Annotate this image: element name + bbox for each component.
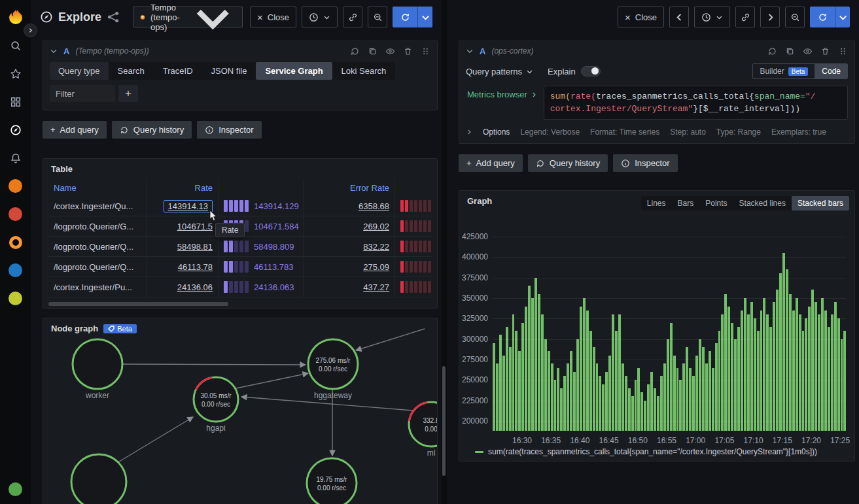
tab-service-graph[interactable]: Service Graph	[256, 62, 332, 80]
error-rate-link[interactable]: 269.02	[363, 222, 389, 231]
left-pane-scrollbar[interactable]	[442, 366, 446, 476]
move-pane-left-button[interactable]	[669, 7, 689, 27]
cell-name[interactable]: /cortex.Ingester/Qu...	[48, 196, 147, 216]
promql-code-editor[interactable]: sum(rate(traces_spanmetrics_calls_total{…	[544, 86, 848, 120]
filter-input[interactable]: Filter	[50, 85, 115, 102]
trash-icon[interactable]	[403, 46, 413, 56]
node-graph-node-node-bl[interactable]	[71, 454, 126, 504]
rate-link[interactable]: 58498.81	[177, 242, 213, 252]
rate-link[interactable]: 46113.78	[178, 262, 213, 272]
error-rate-link[interactable]: 832.22	[363, 242, 389, 252]
add-query-button[interactable]: +Add query	[459, 154, 523, 172]
rate-link[interactable]: 104671.5	[177, 222, 213, 231]
column-header-name[interactable]: Name	[48, 179, 147, 196]
starred-icon[interactable]	[0, 59, 31, 88]
y-axis-tick: 375000	[459, 273, 488, 282]
chevron-right-icon[interactable]	[466, 129, 472, 135]
move-pane-right-button[interactable]	[760, 7, 780, 27]
error-gauge-segment	[410, 241, 413, 252]
mode-stacked-lines[interactable]: Stacked lines	[733, 196, 792, 210]
query-history-button[interactable]: Query history	[528, 154, 608, 172]
add-query-button[interactable]: +Add query	[43, 121, 107, 139]
split-view-icon[interactable]	[107, 10, 120, 24]
mode-lines[interactable]: Lines	[641, 196, 672, 210]
chart-bar	[741, 311, 743, 431]
rate-link[interactable]: 24136.06	[177, 282, 213, 292]
node-graph-canvas[interactable]: worker275.06 ms/r0.00 r/sechggateway30.0…	[43, 318, 437, 504]
error-rate-link[interactable]: 437.27	[363, 282, 389, 292]
explore-icon[interactable]	[0, 116, 31, 144]
code-mode-button[interactable]: Code	[815, 64, 847, 78]
series-legend[interactable]: sum(rate(traces_spanmetrics_calls_total{…	[475, 447, 817, 456]
metrics-browser-button[interactable]: Metrics browser	[466, 86, 538, 103]
app-blue-icon[interactable]	[0, 256, 31, 284]
alerting-icon[interactable]	[0, 144, 31, 172]
collapse-chevron-icon[interactable]	[50, 47, 58, 55]
error-rate-link[interactable]: 275.09	[363, 262, 389, 272]
node-graph-node-worker[interactable]	[73, 339, 122, 389]
drag-handle-icon[interactable]	[421, 46, 430, 56]
x-axis-tick: 17:00	[681, 436, 710, 445]
scrollbar-thumb[interactable]	[48, 302, 228, 306]
gridline	[493, 380, 846, 380]
cell-name[interactable]: /cortex.Ingester/Pu...	[48, 277, 147, 297]
mode-points[interactable]: Points	[699, 196, 733, 210]
node-graph-node-hggateway[interactable]	[308, 339, 358, 389]
eye-icon[interactable]	[803, 46, 813, 56]
cell-name[interactable]: /logproto.Querier/G...	[48, 216, 147, 237]
drag-handle-icon[interactable]	[838, 46, 848, 56]
close-split-button[interactable]: ×Close	[250, 7, 296, 27]
mode-stacked-bars[interactable]: Stacked bars	[792, 196, 849, 210]
cell-name[interactable]: /logproto.Querier/Q...	[48, 237, 147, 257]
tab-traceid[interactable]: TraceID	[154, 62, 202, 80]
cell-name[interactable]: /logproto.Querier/Q...	[48, 257, 147, 277]
inspector-button[interactable]: Inspector	[197, 121, 261, 139]
close-split-button[interactable]: ×Close	[618, 7, 664, 27]
query-patterns-button[interactable]: Query patterns	[466, 67, 533, 76]
trash-icon[interactable]	[820, 46, 830, 56]
tab-search[interactable]: Search	[109, 62, 154, 80]
options-toggle[interactable]: Options	[483, 127, 510, 137]
run-query-button[interactable]	[393, 7, 432, 27]
collapse-chevron-icon[interactable]	[466, 47, 474, 55]
history-icon[interactable]	[350, 46, 360, 56]
error-gauge-segment	[405, 241, 408, 252]
tab-json-file[interactable]: JSON file	[202, 62, 256, 80]
dashboards-icon[interactable]	[0, 88, 31, 116]
chart-bar	[808, 307, 811, 431]
chart-bar	[563, 376, 566, 431]
inspector-button[interactable]: Inspector	[613, 154, 677, 172]
column-header-rate[interactable]: Rate	[147, 179, 219, 196]
builder-mode-button[interactable]: BuilderBeta	[753, 64, 815, 78]
datasource-picker[interactable]: Tempo (tempo-ops)	[133, 7, 243, 27]
app-amber-ring-icon[interactable]	[0, 228, 31, 256]
add-filter-button[interactable]: +	[118, 85, 138, 102]
mode-bars[interactable]: Bars	[672, 196, 700, 210]
explain-toggle[interactable]	[581, 66, 601, 76]
app-globe-icon[interactable]	[0, 284, 31, 312]
history-icon[interactable]	[767, 46, 777, 56]
zoom-out-button[interactable]	[368, 7, 387, 27]
run-query-button[interactable]	[810, 7, 850, 27]
zoom-out-button[interactable]	[785, 7, 805, 27]
table-horizontal-scrollbar[interactable]	[48, 302, 432, 306]
copy-icon[interactable]	[368, 46, 377, 56]
rate-link[interactable]: 143914.13	[168, 201, 208, 211]
time-picker-button[interactable]	[694, 7, 730, 27]
app-green-icon[interactable]	[0, 479, 31, 499]
app-orange-icon[interactable]	[0, 172, 31, 200]
tab-loki-search[interactable]: Loki Search	[332, 62, 396, 80]
time-picker-button[interactable]	[302, 7, 338, 27]
error-rate-link[interactable]: 6358.68	[359, 201, 389, 211]
link-button[interactable]	[735, 7, 755, 27]
chevron-right-icon	[765, 12, 775, 22]
link-button[interactable]	[343, 7, 362, 27]
copy-icon[interactable]	[785, 46, 795, 56]
node-graph-node-ml[interactable]	[409, 402, 437, 446]
query-history-button[interactable]: Query history	[112, 121, 192, 139]
sidebar-expand-button[interactable]	[24, 24, 37, 37]
error-gauge-segment	[428, 241, 431, 252]
eye-icon[interactable]	[385, 46, 395, 56]
app-red-icon[interactable]	[0, 200, 31, 228]
column-header-error-rate[interactable]: Error Rate	[304, 179, 395, 196]
